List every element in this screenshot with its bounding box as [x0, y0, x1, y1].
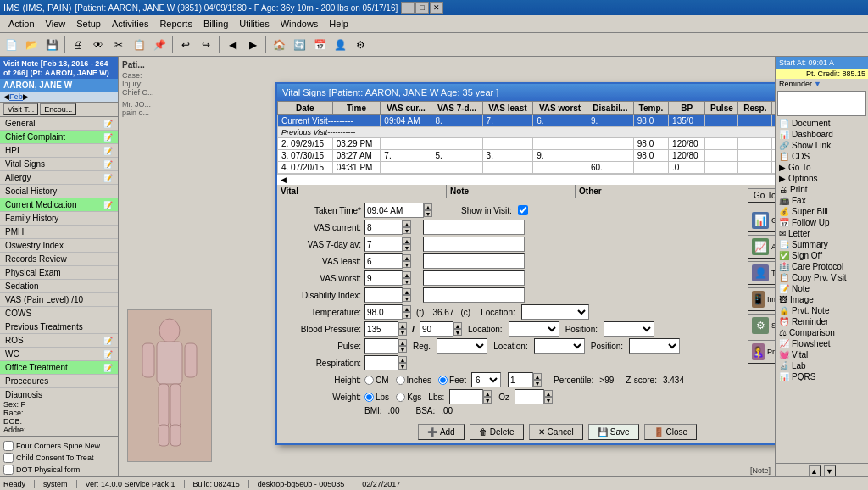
sidebar-item-ros[interactable]: ROS📝: [0, 334, 118, 348]
vas-least-input[interactable]: [364, 253, 403, 269]
rp-pqrs[interactable]: 📊PQRS: [776, 371, 868, 382]
weight-lbs-radio[interactable]: [364, 393, 374, 402]
rp-goto[interactable]: ▶Go To: [776, 162, 868, 173]
pulse-input[interactable]: [364, 338, 398, 354]
pulse-down[interactable]: ▼: [398, 346, 407, 353]
copy-button[interactable]: 📋: [130, 36, 148, 54]
menu-help[interactable]: Help: [324, 17, 353, 31]
pulse-reg-select[interactable]: [437, 338, 487, 354]
temp-location-select[interactable]: [521, 304, 589, 320]
vas-least-down[interactable]: ▼: [403, 261, 411, 268]
goto-button[interactable]: Go To ▼: [748, 188, 775, 203]
height-inches-radio[interactable]: [396, 376, 405, 385]
taken-by-patient-button[interactable]: 👤 Taken By Patient: [748, 261, 775, 285]
sidebar-item-wc[interactable]: WC📝: [0, 348, 118, 361]
show-in-visit-checkbox[interactable]: [518, 205, 528, 215]
height-cm-radio[interactable]: [364, 376, 374, 385]
pregnancy-calc-button[interactable]: 🤱 Pregnancy Calculator: [748, 340, 775, 364]
graph-button[interactable]: 📊 Graph: [748, 209, 775, 232]
bp-dia-down[interactable]: ▼: [453, 329, 462, 336]
sidebar-item-physical-exam[interactable]: Physical Exam: [0, 266, 118, 280]
height-feet-select[interactable]: 6: [471, 372, 501, 387]
checkbox-four-corners-input[interactable]: [3, 441, 14, 451]
rp-flowsheet[interactable]: 📈Flowsheet: [776, 338, 868, 349]
vas-current-up[interactable]: ▲: [403, 220, 411, 227]
weight-kgs-radio[interactable]: [396, 393, 405, 402]
sidebar-item-office-treatment[interactable]: Office Treatment📝: [0, 361, 118, 375]
save-toolbar-button[interactable]: 💾: [42, 36, 61, 54]
bp-position-select[interactable]: [604, 321, 654, 337]
minimize-button[interactable]: ─: [401, 2, 415, 14]
print-button[interactable]: 🖨: [69, 36, 87, 54]
refresh-button[interactable]: 🔄: [290, 36, 309, 54]
vas-7day-note[interactable]: [423, 237, 525, 252]
sidebar-item-vas[interactable]: VAS (Pain Level) /10: [0, 293, 118, 307]
scroll-left-arrow[interactable]: ◀: [281, 175, 287, 184]
rp-lab[interactable]: 🔬Lab: [776, 360, 868, 371]
back-button[interactable]: ◀: [223, 36, 242, 54]
checkbox-child-consent-input[interactable]: [3, 453, 14, 463]
rp-dashboard[interactable]: 📊Dashboard: [776, 129, 868, 140]
sidebar-item-prev-treatments[interactable]: Previous Treatments: [0, 320, 118, 334]
menu-view[interactable]: View: [41, 17, 71, 31]
redo-button[interactable]: ↪: [197, 36, 215, 54]
home-button[interactable]: 🏠: [270, 36, 288, 54]
menu-reports[interactable]: Reports: [154, 17, 198, 31]
rp-prvt-note[interactable]: 🔒Prvt. Note: [776, 305, 868, 316]
weight-oz-down[interactable]: ▼: [544, 397, 553, 404]
sidebar-item-allergy[interactable]: Allergy📝: [0, 171, 118, 185]
checkbox-dot-input[interactable]: [3, 465, 14, 475]
bp-dia-up[interactable]: ▲: [453, 322, 462, 329]
vas-worst-up[interactable]: ▲: [403, 271, 411, 278]
restore-button[interactable]: □: [415, 2, 429, 14]
menu-utilities[interactable]: Utilities: [234, 17, 274, 31]
rp-note[interactable]: 📝Note: [776, 283, 868, 294]
menu-activities[interactable]: Activities: [107, 17, 153, 31]
cut-button[interactable]: ✂: [109, 36, 128, 54]
height-inches-input[interactable]: [508, 372, 533, 387]
menu-billing[interactable]: Billing: [198, 17, 233, 31]
close-app-button[interactable]: ✕: [430, 2, 443, 14]
paste-button[interactable]: 📌: [150, 36, 169, 54]
table-row-3[interactable]: 3. 07/30/15 08:27 AM 7. 5. 3. 9. 98.0 12…: [278, 150, 776, 162]
weight-oz-input[interactable]: [515, 389, 544, 404]
disability-up[interactable]: ▲: [403, 288, 411, 295]
sidebar-item-chief-complaint[interactable]: Chief Complaint📝: [0, 131, 118, 144]
menu-action[interactable]: Action: [3, 17, 40, 31]
vas-least-note[interactable]: [423, 253, 525, 269]
vas-worst-down[interactable]: ▼: [403, 278, 411, 285]
temp-up[interactable]: ▲: [403, 305, 411, 312]
sidebar-item-social-history[interactable]: Social History: [0, 185, 118, 198]
sidebar-item-records[interactable]: Records Review: [0, 253, 118, 266]
scroll-down-right[interactable]: ▼: [824, 465, 836, 477]
table-row-current[interactable]: Current Visit--------- 09:04 AM 8. 7. 6.…: [278, 115, 776, 127]
vas-worst-input[interactable]: [364, 270, 403, 286]
bp-sys-down[interactable]: ▼: [398, 329, 407, 336]
cancel-button[interactable]: ✕ Cancel: [529, 424, 583, 440]
temp-down[interactable]: ▼: [403, 312, 411, 319]
temp-f-input[interactable]: [364, 304, 403, 320]
sidebar-item-hpi[interactable]: HPI📝: [0, 144, 118, 158]
pulse-location-select[interactable]: [534, 338, 585, 354]
resp-input[interactable]: [364, 355, 398, 370]
vas-least-up[interactable]: ▲: [403, 254, 411, 261]
rp-print[interactable]: 🖨Print: [776, 184, 868, 195]
taken-time-up[interactable]: ▲: [424, 203, 432, 210]
bp-sys-up[interactable]: ▲: [398, 322, 407, 329]
visit-tab[interactable]: Visit T...: [3, 103, 38, 115]
sidebar-item-vital-signs[interactable]: Vital Signs📝: [0, 158, 118, 171]
rp-options[interactable]: ▶Options: [776, 173, 868, 184]
delete-button[interactable]: 🗑 Delete: [470, 424, 524, 440]
rp-reminder[interactable]: ⏰Reminder: [776, 316, 868, 327]
sidebar-item-procedures[interactable]: Procedures: [0, 375, 118, 388]
new-button[interactable]: 📄: [2, 36, 20, 54]
save-button[interactable]: 💾 Save: [588, 424, 639, 440]
disability-down[interactable]: ▼: [403, 295, 411, 302]
sidebar-item-oswestry[interactable]: Oswestry Index: [0, 239, 118, 253]
rp-letter[interactable]: ✉Letter: [776, 228, 868, 239]
vas-current-down[interactable]: ▼: [403, 227, 411, 234]
disability-note[interactable]: [423, 287, 525, 303]
import-device-button[interactable]: 📱 Import from Device: [748, 287, 775, 311]
sidebar-item-diagnosis[interactable]: Diagnosis: [0, 388, 118, 398]
reminder-expand[interactable]: ▼: [814, 80, 821, 88]
